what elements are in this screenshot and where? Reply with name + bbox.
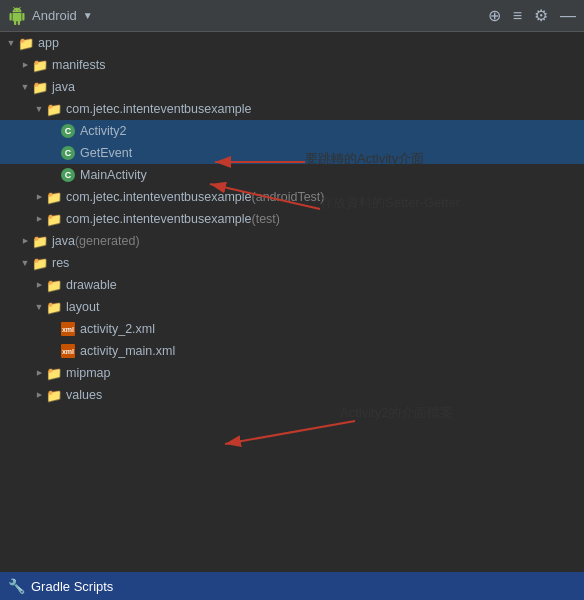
- bottom-bar[interactable]: 🔧 Gradle Scripts: [0, 572, 584, 600]
- tree-item-manifests[interactable]: ▼ 📁 manifests: [0, 54, 584, 76]
- label-app: app: [38, 36, 59, 50]
- label-pkg-main: com.jetec.intenteventbusexample: [66, 102, 252, 116]
- label-values: values: [66, 388, 102, 402]
- label-pkg-test: com.jetec.intenteventbusexample: [66, 212, 252, 226]
- minimize-action-icon[interactable]: —: [560, 7, 576, 25]
- arrow-mainactivity: [46, 168, 60, 182]
- annotation-activity2xml: Activity2的介面檔案: [340, 404, 453, 422]
- arrow-java-gen: ▼: [18, 234, 32, 248]
- arrow-activitymainxml: [46, 344, 60, 358]
- folder-icon-pkg-main: 📁: [46, 101, 62, 117]
- android-icon: [8, 7, 26, 25]
- arrow-getevent: [46, 146, 60, 160]
- label-pkg-android-suffix: (androidTest): [252, 190, 325, 204]
- arrow-res: ▼: [18, 256, 32, 270]
- label-java-gen: java: [52, 234, 75, 248]
- tree-item-mainactivity[interactable]: C MainActivity: [0, 164, 584, 186]
- label-manifests: manifests: [52, 58, 106, 72]
- arrow-pkg-test: ▼: [32, 212, 46, 226]
- arrow-java: ▼: [18, 80, 32, 94]
- label-mainactivity: MainActivity: [80, 168, 147, 182]
- folder-icon-res: 📁: [32, 255, 48, 271]
- label-activity2: Activity2: [80, 124, 127, 138]
- arrow-mipmap: ▼: [32, 366, 46, 380]
- title-bar-actions: ⊕ ≡ ⚙ —: [488, 6, 576, 25]
- xml-icon-activitymainxml: xml: [60, 343, 76, 359]
- collapse-action-icon[interactable]: ≡: [513, 7, 522, 25]
- label-java-gen-suffix: (generated): [75, 234, 140, 248]
- tree-item-activitymainxml[interactable]: xml activity_main.xml: [0, 340, 584, 362]
- folder-icon-drawable: 📁: [46, 277, 62, 293]
- arrow-manifests: ▼: [18, 58, 32, 72]
- label-getevent: GetEvent: [80, 146, 132, 160]
- title-text: Android: [32, 8, 77, 23]
- class-icon-getevent: C: [60, 145, 76, 161]
- tree-item-app[interactable]: ▼ 📁 app: [0, 32, 584, 54]
- tree-item-res[interactable]: ▼ 📁 res: [0, 252, 584, 274]
- dropdown-arrow-icon[interactable]: ▼: [83, 10, 93, 21]
- arrow-pkg-main: ▼: [32, 102, 46, 116]
- arrow-app: ▼: [4, 36, 18, 50]
- arrow-values: ▼: [32, 388, 46, 402]
- tree-item-drawable[interactable]: ▼ 📁 drawable: [0, 274, 584, 296]
- folder-icon-app: 📁: [18, 35, 34, 51]
- gradle-icon: 🔧: [8, 578, 25, 594]
- folder-icon-java-gen: 📁: [32, 233, 48, 249]
- xml-icon-activity2xml: xml: [60, 321, 76, 337]
- tree-panel: ▼ 📁 app ▼ 📁 manifests ▼ 📁 java ▼ 📁 com.j…: [0, 32, 584, 572]
- svg-line-3: [225, 421, 355, 444]
- label-drawable: drawable: [66, 278, 117, 292]
- tree-item-values[interactable]: ▼ 📁 values: [0, 384, 584, 406]
- folder-icon-pkg-android: 📁: [46, 189, 62, 205]
- label-mipmap: mipmap: [66, 366, 110, 380]
- label-java: java: [52, 80, 75, 94]
- label-pkg-test-suffix: (test): [252, 212, 280, 226]
- tree-item-pkg-main[interactable]: ▼ 📁 com.jetec.intenteventbusexample: [0, 98, 584, 120]
- folder-icon-java: 📁: [32, 79, 48, 95]
- settings-action-icon[interactable]: ⚙: [534, 6, 548, 25]
- arrow-drawable: ▼: [32, 278, 46, 292]
- folder-icon-manifests: 📁: [32, 57, 48, 73]
- arrow-activity2: [46, 124, 60, 138]
- tree-item-pkg-android[interactable]: ▼ 📁 com.jetec.intenteventbusexample (and…: [0, 186, 584, 208]
- tree-item-java[interactable]: ▼ 📁 java: [0, 76, 584, 98]
- arrow-activity2xml: [46, 322, 60, 336]
- tree-item-mipmap[interactable]: ▼ 📁 mipmap: [0, 362, 584, 384]
- tree-item-java-gen[interactable]: ▼ 📁 java (generated): [0, 230, 584, 252]
- folder-icon-mipmap: 📁: [46, 365, 62, 381]
- arrow-layout: ▼: [32, 300, 46, 314]
- add-action-icon[interactable]: ⊕: [488, 6, 501, 25]
- label-res: res: [52, 256, 69, 270]
- gradle-scripts-label: Gradle Scripts: [31, 579, 113, 594]
- tree-item-activity2[interactable]: C Activity2: [0, 120, 584, 142]
- class-icon-mainactivity: C: [60, 167, 76, 183]
- tree-item-layout[interactable]: ▼ 📁 layout: [0, 296, 584, 318]
- label-pkg-android: com.jetec.intenteventbusexample: [66, 190, 252, 204]
- title-bar: Android ▼ ⊕ ≡ ⚙ —: [0, 0, 584, 32]
- folder-icon-pkg-test: 📁: [46, 211, 62, 227]
- class-icon-activity2: C: [60, 123, 76, 139]
- folder-icon-values: 📁: [46, 387, 62, 403]
- title-bar-left: Android ▼: [8, 7, 480, 25]
- folder-icon-layout: 📁: [46, 299, 62, 315]
- label-activitymainxml: activity_main.xml: [80, 344, 175, 358]
- tree-item-pkg-test[interactable]: ▼ 📁 com.jetec.intenteventbusexample (tes…: [0, 208, 584, 230]
- label-activity2xml: activity_2.xml: [80, 322, 155, 336]
- tree-item-activity2xml[interactable]: xml activity_2.xml: [0, 318, 584, 340]
- arrow-pkg-android: ▼: [32, 190, 46, 204]
- label-layout: layout: [66, 300, 99, 314]
- tree-item-getevent[interactable]: C GetEvent: [0, 142, 584, 164]
